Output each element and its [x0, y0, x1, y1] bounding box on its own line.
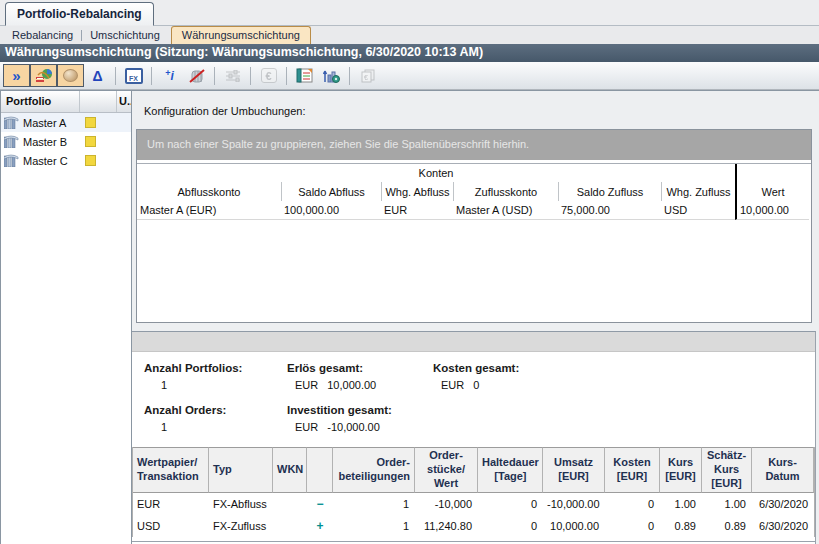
- toolbar-separator: [250, 67, 251, 85]
- add-info-button[interactable]: +i: [156, 64, 183, 87]
- delta-button[interactable]: Δ: [84, 64, 111, 87]
- info-plus-icon: +i: [165, 68, 174, 83]
- column-header-wkn[interactable]: WKN: [273, 447, 307, 493]
- cell-sign-plus[interactable]: +: [307, 515, 333, 537]
- cell-abflusskonto[interactable]: Master A (EUR): [137, 201, 281, 220]
- sphere-button[interactable]: [57, 64, 84, 87]
- column-header-typ[interactable]: Typ: [209, 447, 273, 493]
- config-section: Konfiguration der Umbuchungen: Um nach e…: [132, 91, 819, 331]
- cell-wertpapier[interactable]: USD: [133, 515, 209, 537]
- report-button[interactable]: [291, 64, 318, 87]
- portfolio-name: Master B: [23, 136, 67, 148]
- column-header-orderstuecke-wert[interactable]: Order- stücke/ Wert: [415, 447, 478, 493]
- status-column-header[interactable]: [79, 91, 116, 112]
- summary-label: Kosten gesamt:: [433, 362, 815, 374]
- tab-waehrungsumschichtung[interactable]: Währungsumschichtung: [171, 26, 311, 44]
- fx-save-icon: FX: [125, 68, 143, 84]
- cell-saldo-zufluss[interactable]: 75,000.00: [558, 201, 661, 220]
- portfolio-name: Master A: [23, 117, 66, 129]
- cell-kurs[interactable]: 1.00: [660, 493, 702, 515]
- portfolio-row-master-b[interactable]: Master B: [1, 132, 131, 151]
- column-header-kosten[interactable]: Kosten [EUR]: [605, 447, 660, 493]
- cancel-orders-button[interactable]: [183, 64, 210, 87]
- cell-umsatz[interactable]: -10,000.00: [543, 493, 605, 515]
- main-tab-bar: Portfolio-Rebalancing: [0, 0, 819, 26]
- cell-kurs-datum[interactable]: 6/30/2020: [752, 493, 814, 515]
- cell-orderbeteiligungen[interactable]: 1: [333, 493, 415, 515]
- tab-rebalancing[interactable]: Rebalancing: [4, 27, 81, 44]
- cell-typ[interactable]: FX-Zufluss: [209, 515, 273, 537]
- portfolio-panel: Portfolio U... Master A: [1, 91, 132, 544]
- cell-typ[interactable]: FX-Abfluss: [209, 493, 273, 515]
- cell-haltedauer[interactable]: 0: [478, 515, 543, 537]
- cell-whg-zufluss[interactable]: USD: [661, 201, 735, 220]
- column-header-zuflusskonto[interactable]: Zuflusskonto: [453, 182, 558, 201]
- euro-icon: €: [261, 68, 277, 83]
- groupby-drop-zone[interactable]: Um nach einer Spalte zu gruppieren, zieh…: [137, 130, 811, 160]
- column-header-kurs-datum[interactable]: Kurs- Datum: [752, 447, 814, 493]
- column-header-kurs[interactable]: Kurs [EUR]: [660, 447, 702, 493]
- summary-item-investition-gesamt: Investition gesamt: EUR-10,000.00: [287, 404, 433, 433]
- cell-kosten[interactable]: 0: [605, 493, 660, 515]
- config-table-box: Um nach einer Spalte zu gruppieren, zieh…: [136, 129, 812, 323]
- cell-kosten[interactable]: 0: [605, 515, 660, 537]
- column-header-haltedauer[interactable]: Haltedauer [Tage]: [478, 447, 543, 493]
- konten-table: Konten Abflusskonto Saldo Abfluss Whg. A…: [137, 163, 811, 220]
- portfolio-status-cell: [79, 155, 116, 166]
- column-header-whg-zufluss[interactable]: Whg. Zufluss: [661, 182, 735, 201]
- settings-sliders-button[interactable]: [219, 64, 246, 87]
- toolbar: » Δ FX +i: [0, 62, 819, 90]
- cell-orderstuecke-wert[interactable]: 11,240.80: [415, 515, 478, 537]
- column-header-wert[interactable]: Wert: [735, 182, 809, 201]
- column-header-orderbeteiligungen[interactable]: Order- beteiligungen: [333, 447, 415, 493]
- column-header-saldo-abfluss[interactable]: Saldo Abfluss: [281, 182, 381, 201]
- rebalance-button[interactable]: [30, 64, 57, 87]
- expand-button[interactable]: »: [3, 64, 30, 87]
- column-header-sign[interactable]: [307, 447, 333, 493]
- chart-settings-button[interactable]: [318, 64, 345, 87]
- u-column-header[interactable]: U...: [116, 91, 131, 112]
- column-header-umsatz[interactable]: Umsatz [EUR]: [543, 447, 605, 493]
- column-header-abflusskonto[interactable]: Abflusskonto: [137, 182, 281, 201]
- portfolio-status-cell: [79, 136, 116, 147]
- cell-wertpapier[interactable]: EUR: [133, 493, 209, 515]
- save-fx-button[interactable]: FX: [120, 64, 147, 87]
- column-header-schaetz-kurs[interactable]: Schätz- Kurs [EUR]: [702, 447, 752, 493]
- column-header-wertpapier-transaktion[interactable]: Wertpapier/ Transaktion: [133, 447, 209, 493]
- cell-schaetz-kurs[interactable]: 0.89: [702, 515, 752, 537]
- cell-orderstuecke-wert[interactable]: -10,000: [415, 493, 478, 515]
- right-panel: Konfiguration der Umbuchungen: Um nach e…: [132, 91, 819, 544]
- portfolio-row-master-c[interactable]: Master C: [1, 151, 131, 170]
- tab-portfolio-rebalancing[interactable]: Portfolio-Rebalancing: [5, 2, 154, 26]
- summary-label: Anzahl Orders:: [144, 404, 287, 416]
- cell-wkn[interactable]: [273, 493, 307, 515]
- column-header-whg-abfluss[interactable]: Whg. Abfluss: [381, 182, 453, 201]
- cell-sign-minus[interactable]: −: [307, 493, 333, 515]
- portfolio-status-cell: [79, 117, 116, 128]
- currency-button[interactable]: €: [255, 64, 282, 87]
- cell-umsatz[interactable]: 10,000.00: [543, 515, 605, 537]
- portfolio-name: Master C: [23, 155, 68, 167]
- portfolio-icon: [4, 154, 19, 167]
- cell-schaetz-kurs[interactable]: 1.00: [702, 493, 752, 515]
- cell-whg-abfluss[interactable]: EUR: [381, 201, 453, 220]
- cell-wkn[interactable]: [273, 515, 307, 537]
- portfolio-row-master-a[interactable]: Master A: [1, 113, 131, 132]
- toolbar-separator: [151, 67, 152, 85]
- cell-saldo-abfluss[interactable]: 100,000.00: [281, 201, 381, 220]
- tab-umschichtung[interactable]: Umschichtung: [82, 27, 168, 44]
- summary-currency: EUR: [295, 421, 318, 433]
- wert-group-spacer: [735, 164, 809, 182]
- cell-kurs[interactable]: 0.89: [660, 515, 702, 537]
- portfolio-icon: [4, 116, 19, 129]
- cell-orderbeteiligungen[interactable]: 1: [333, 515, 415, 537]
- cell-zuflusskonto[interactable]: Master A (USD): [453, 201, 558, 220]
- column-header-saldo-zufluss[interactable]: Saldo Zufluss: [558, 182, 661, 201]
- cell-wert[interactable]: 10,000.00: [735, 201, 809, 220]
- cell-kurs-datum[interactable]: 6/30/2020: [752, 515, 814, 537]
- copy-orders-button[interactable]: €: [354, 64, 381, 87]
- konten-group-header[interactable]: Konten: [137, 164, 735, 182]
- portfolio-column-header[interactable]: Portfolio: [1, 91, 79, 112]
- cell-haltedauer[interactable]: 0: [478, 493, 543, 515]
- chart-arrow-gear-icon: [323, 68, 340, 83]
